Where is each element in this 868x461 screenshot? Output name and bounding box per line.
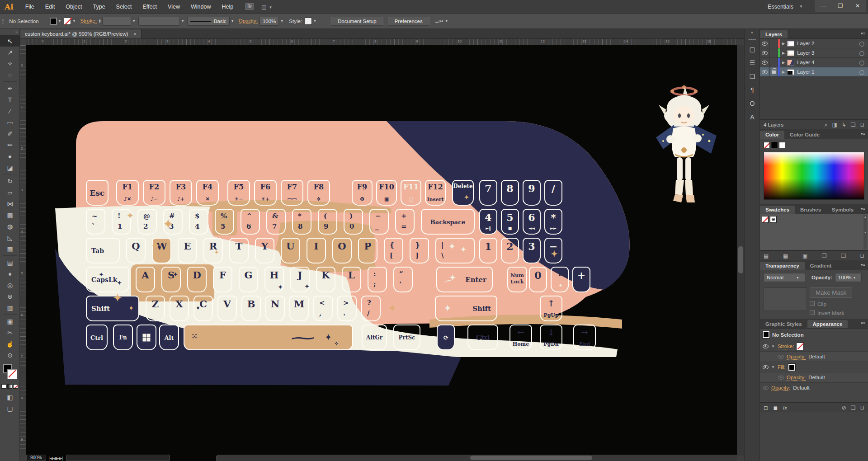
key-equals[interactable]: += <box>395 209 415 235</box>
brush-definition-select[interactable]: Basic <box>187 17 230 26</box>
visibility-eye-icon[interactable] <box>762 70 768 74</box>
chevron-down-icon[interactable]: ▼ <box>280 19 283 23</box>
menu-effect[interactable]: Effect <box>137 4 162 10</box>
color-mode-color-icon[interactable] <box>1 384 6 389</box>
key-fn[interactable]: Fn <box>113 325 133 350</box>
layer-row-layer-3[interactable]: ▶Layer 3◯ <box>760 48 868 58</box>
key-end[interactable]: →End <box>573 325 596 350</box>
key-o[interactable]: O <box>332 238 352 263</box>
key-num1[interactable]: 1 <box>479 238 497 263</box>
status-dropdown[interactable] <box>66 455 170 461</box>
layer-row-layer-2[interactable]: ▶Layer 2◯ <box>760 39 868 48</box>
artboard-nav-arrow[interactable]: ▶ <box>56 456 59 461</box>
key-rbracket[interactable]: }] <box>410 238 429 263</box>
invert-mask-checkbox[interactable]: Invert Mask <box>810 310 852 316</box>
toolbar-collapse-icon[interactable]: » <box>0 29 19 35</box>
shape-builder-tool[interactable]: ◍ <box>0 221 20 232</box>
layer-name[interactable]: Layer 3 <box>797 50 859 56</box>
key-minus[interactable]: −_ <box>369 209 389 235</box>
tab-gradient[interactable]: Gradient <box>805 262 837 270</box>
fill-color-swatch[interactable] <box>50 18 57 25</box>
key-delete[interactable]: Delete✦ <box>452 180 474 206</box>
lock-icon[interactable] <box>772 71 776 74</box>
new-color-group-icon[interactable]: ❐ <box>822 253 827 259</box>
artboard-nav-arrow[interactable]: ◀ <box>53 456 56 461</box>
expand-layer-icon[interactable]: ▶ <box>782 42 785 46</box>
key-5[interactable]: %5 <box>215 209 234 235</box>
stroke-weight-field[interactable] <box>102 17 131 26</box>
key-num2[interactable]: 2 <box>501 238 519 263</box>
menu-file[interactable]: File <box>20 4 40 10</box>
key-q[interactable]: Q <box>126 238 146 263</box>
key-num6[interactable]: 6◄◄ <box>523 209 541 235</box>
preferences-button[interactable]: Preferences <box>388 17 429 26</box>
pencil-tool[interactable]: ✏ <box>0 139 20 151</box>
swatch-registration[interactable]: ⊕ <box>770 216 777 223</box>
appearance-row[interactable]: ▼Stroke: <box>760 341 868 352</box>
key-lbracket[interactable]: {[ <box>384 238 403 263</box>
key-num-multiply[interactable]: *►► <box>544 209 562 235</box>
width-tool[interactable]: ⋈ <box>0 198 20 209</box>
symbol-sprayer-tool[interactable]: ⊛ <box>0 291 20 302</box>
clear-appearance-icon[interactable]: ⊘ <box>842 405 846 411</box>
panel-menu-icon[interactable]: ▾≡ <box>861 132 865 136</box>
visibility-eye-icon[interactable] <box>763 365 769 369</box>
minimize-button[interactable]: — <box>815 0 832 12</box>
visibility-eye-icon[interactable] <box>762 42 768 46</box>
direct-selection-tool[interactable]: ↗ <box>0 47 20 58</box>
key-f7[interactable]: F7▭▭ <box>281 180 303 206</box>
key-num7[interactable]: 7 <box>479 180 497 206</box>
key-2[interactable]: @2 <box>137 209 157 235</box>
layer-row-layer-1[interactable]: ▶Layer 1◯ <box>760 67 868 77</box>
key-pgup[interactable]: ↑PgUp <box>540 296 562 321</box>
duplicate-item-icon[interactable]: ❏ <box>851 405 856 411</box>
tab-appearance[interactable]: Appearance <box>807 320 848 328</box>
key-f3[interactable]: F3♪+ <box>170 180 192 206</box>
appearance-attr-link[interactable]: Opacity: <box>787 354 806 360</box>
menu-type[interactable]: Type <box>88 4 111 10</box>
key-e[interactable]: E <box>178 238 197 263</box>
key-t[interactable]: T <box>229 238 249 263</box>
vertical-scrollbar[interactable] <box>737 45 744 456</box>
ruler-origin-corner[interactable] <box>20 39 26 45</box>
blend-mode-select[interactable]: Normal▼ <box>764 273 805 282</box>
make-release-mask-icon[interactable]: ↳ <box>842 122 846 128</box>
style-swatch[interactable] <box>305 18 312 25</box>
collapsed-artboards-icon[interactable]: ▢ <box>745 42 760 56</box>
stroke-link[interactable]: Stroke: <box>80 18 96 24</box>
key-j[interactable]: J✦ <box>290 267 310 292</box>
key-win[interactable] <box>137 325 156 350</box>
key-4[interactable]: $4 <box>189 209 208 235</box>
color-spectrum[interactable] <box>764 152 864 200</box>
key-tab[interactable]: Tab <box>86 238 120 263</box>
key-b[interactable]: B <box>241 296 261 321</box>
swatches-scrollbar[interactable]: ▲▼ <box>863 215 867 249</box>
key-f2[interactable]: F2♪− <box>143 180 165 206</box>
column-graph-tool[interactable]: ▥ <box>0 302 20 313</box>
expand-layer-icon[interactable]: ▶ <box>782 61 785 65</box>
rectangle-tool[interactable]: ▭ <box>0 117 20 128</box>
appearance-attr-link[interactable]: Opacity: <box>787 375 806 381</box>
tab-color-guide[interactable]: Color Guide <box>784 131 825 139</box>
free-transform-tool[interactable]: ▩ <box>0 209 20 221</box>
key-f9[interactable]: F9⚙ <box>352 180 373 206</box>
key-num-decimal[interactable]: ·✦ <box>551 267 569 292</box>
key-num4[interactable]: 4►‖ <box>479 209 497 235</box>
appearance-attr-link[interactable]: Stroke: <box>778 343 794 349</box>
collapsed-pathfinder-icon[interactable]: ❏ <box>745 70 760 83</box>
tab-color[interactable]: Color <box>760 131 784 139</box>
perspective-grid-tool[interactable]: ◺ <box>0 232 20 243</box>
key-rotate[interactable]: ⟳ <box>437 325 455 350</box>
swatch-options-icon[interactable]: ▣ <box>802 253 807 259</box>
visibility-eye-icon[interactable] <box>763 386 769 390</box>
key-lalt[interactable]: Alt <box>159 325 179 350</box>
rotate-tool[interactable]: ↻ <box>0 175 20 187</box>
key-num5[interactable]: 5■ <box>501 209 519 235</box>
key-f8[interactable]: F8✈ <box>307 180 330 206</box>
collapsed-align-icon[interactable]: ☰ <box>745 56 760 70</box>
paintbrush-tool[interactable]: ✐ <box>0 128 20 139</box>
key-f11[interactable]: F11▢ <box>401 180 421 206</box>
key-f4[interactable]: F4✕ <box>196 180 219 206</box>
workspace-switcher[interactable]: Essentials <box>768 4 793 10</box>
stroke-weight-stepper[interactable]: ▲▼ <box>99 19 101 24</box>
